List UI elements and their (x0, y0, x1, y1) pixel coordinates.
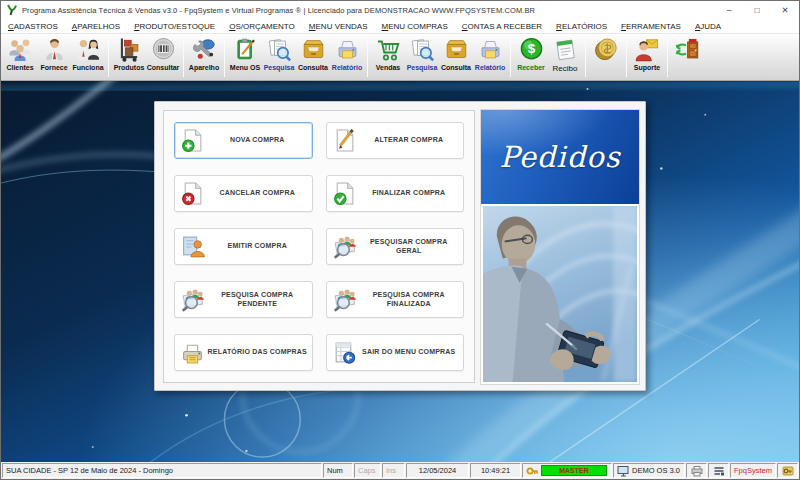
button-emitir-compra[interactable]: EMITIR COMPRA (174, 228, 313, 265)
device-tools-icon (191, 36, 218, 63)
status-insert: Ins (382, 463, 405, 478)
support-icon (634, 36, 661, 63)
toolbar-button-consulta-os[interactable]: Consulta (296, 34, 330, 80)
toolbar-button-exit[interactable] (671, 34, 705, 80)
status-num-lock: Num (323, 463, 353, 478)
lines-icon (713, 465, 725, 477)
employees-icon (75, 36, 102, 63)
supplier-icon (41, 36, 68, 63)
pedidos-panel: Pedidos (480, 109, 640, 385)
toolbar: Clientes Fornece Funciona (1, 34, 799, 81)
toolbar-separator (585, 37, 586, 77)
menu-aparelhos[interactable]: APARELHOS (65, 21, 127, 32)
pedidos-title: Pedidos (499, 140, 620, 174)
search-people-icon (180, 287, 205, 312)
app-window: Programa Assistência Técnica & Vendas v3… (0, 0, 800, 480)
toolbar-button-consultar[interactable]: Consultar (146, 34, 180, 80)
printer-icon (691, 465, 703, 477)
status-printer (686, 463, 707, 478)
edit-purchase-icon (332, 128, 357, 153)
toolbar-button-recibo[interactable]: Recibo (548, 34, 582, 80)
menu-contas-receber[interactable]: CONTAS A RECEBER (455, 21, 549, 32)
search-docs-icon (409, 36, 436, 63)
menu-ajuda[interactable]: AJUDA (688, 21, 728, 32)
window-title: Programa Assistência Técnica & Vendas v3… (22, 6, 715, 15)
button-finalizar-compra[interactable]: FINALIZAR COMPRA (326, 175, 465, 212)
toolbar-button-funciona[interactable]: Funciona (71, 34, 105, 80)
monitor-icon (617, 465, 629, 477)
menu-compras[interactable]: MENU COMPRAS (375, 21, 455, 32)
toolbar-button-clientes[interactable]: Clientes (3, 34, 37, 80)
status-brand: FpqSystem (730, 463, 776, 478)
toolbar-button-pesquisa-vendas[interactable]: Pesquisa (405, 34, 439, 80)
button-relatorio-das-compras[interactable]: RELATÓRIO DAS COMPRAS (174, 334, 313, 371)
new-purchase-icon (180, 128, 205, 153)
button-pesquisa-compra-pendente[interactable]: PESQUISA COMPRA PENDENTE (174, 281, 313, 318)
pedidos-banner: Pedidos (481, 110, 639, 204)
toolbar-separator (224, 37, 225, 77)
button-pesquisa-compra-finalizada[interactable]: PESQUISA COMPRA FINALIZADA (326, 281, 465, 318)
toolbar-button-consulta-vendas[interactable]: Consulta (439, 34, 473, 80)
menu-bar: CADASTROS APARELHOS PRODUTO/ESTOQUE OS/O… (1, 19, 799, 34)
report-printer-icon (334, 36, 361, 63)
drawer-icon (443, 36, 470, 63)
drawer-icon (300, 36, 327, 63)
title-bar: Programa Assistência Técnica & Vendas v3… (1, 1, 799, 19)
toolbar-button-relatorio-os[interactable]: Relatório (330, 34, 364, 80)
minimize-button[interactable]: – (715, 1, 743, 19)
button-nova-compra[interactable]: NOVA COMPRA (174, 122, 313, 159)
search-people-icon (332, 287, 357, 312)
toolbar-button-coin[interactable] (589, 34, 623, 80)
status-version: DEMO OS 3.0 (613, 463, 685, 478)
issue-purchase-icon (180, 234, 205, 259)
maximize-button[interactable]: □ (743, 1, 771, 19)
search-people-icon (332, 234, 357, 259)
menu-vendas[interactable]: MENU VENDAS (302, 21, 375, 32)
products-cart-icon (116, 36, 143, 63)
report-purchases-icon (180, 340, 205, 365)
toolbar-button-produtos[interactable]: Produtos (112, 34, 146, 80)
barcode-icon (150, 36, 177, 63)
client-area: NOVA COMPRA ALTERAR COMPRA (1, 81, 799, 462)
key-icon (782, 465, 794, 477)
toolbar-button-pesquisa-os[interactable]: Pesquisa (262, 34, 296, 80)
menu-relatorios[interactable]: RELATÓRIOS (549, 21, 614, 32)
button-alterar-compra[interactable]: ALTERAR COMPRA (326, 122, 465, 159)
app-logo-icon (6, 4, 18, 16)
toolbar-button-relatorio-vendas[interactable]: Relatório (473, 34, 507, 80)
toolbar-button-receber[interactable]: $ Receber (514, 34, 548, 80)
button-pesquisar-compra-geral[interactable]: PESQUISAR COMPRA GERAL (326, 228, 465, 265)
status-bar: SUA CIDADE - SP 12 de Maio de 2024 - Dom… (1, 462, 799, 479)
button-cancelar-compra[interactable]: CANCELAR COMPRA (174, 175, 313, 212)
close-button[interactable]: ✕ (771, 1, 799, 19)
exit-door-icon (675, 36, 702, 63)
status-location: SUA CIDADE - SP 12 de Maio de 2024 - Dom… (2, 463, 322, 478)
search-docs-icon (266, 36, 293, 63)
menu-ferramentas[interactable]: FERRAMENTAS (614, 21, 688, 32)
status-caps-lock: Caps (354, 463, 381, 478)
toolbar-button-suporte[interactable]: Suporte (630, 34, 664, 80)
status-key (777, 463, 798, 478)
status-user-badge: MASTER (541, 465, 607, 476)
sales-cart-icon (375, 36, 402, 63)
menu-produto-estoque[interactable]: PRODUTO/ESTOQUE (127, 21, 222, 32)
toolbar-button-fornece[interactable]: Fornece (37, 34, 71, 80)
gold-coin-icon (593, 36, 620, 63)
svg-text:$: $ (527, 41, 535, 56)
compras-window: NOVA COMPRA ALTERAR COMPRA (154, 101, 646, 391)
cancel-purchase-icon (180, 181, 205, 206)
toolbar-separator (667, 37, 668, 77)
pedidos-photo (483, 206, 637, 382)
toolbar-button-vendas[interactable]: Vendas (371, 34, 405, 80)
button-sair-menu-compras[interactable]: SAIR DO MENU COMPRAS (326, 334, 465, 371)
menu-cadastros[interactable]: CADASTROS (1, 21, 65, 32)
menu-os-orcamento[interactable]: OS/ORÇAMENTO (222, 21, 302, 32)
status-time: 10:49:21 (470, 463, 521, 478)
status-panel-toggle (708, 463, 729, 478)
toolbar-button-menu-os[interactable]: Menu OS (228, 34, 262, 80)
exit-menu-icon (332, 340, 357, 365)
clipboard-icon (232, 36, 259, 63)
status-user: MASTER (522, 463, 612, 478)
toolbar-separator (367, 37, 368, 77)
toolbar-button-aparelho[interactable]: Aparelho (187, 34, 221, 80)
